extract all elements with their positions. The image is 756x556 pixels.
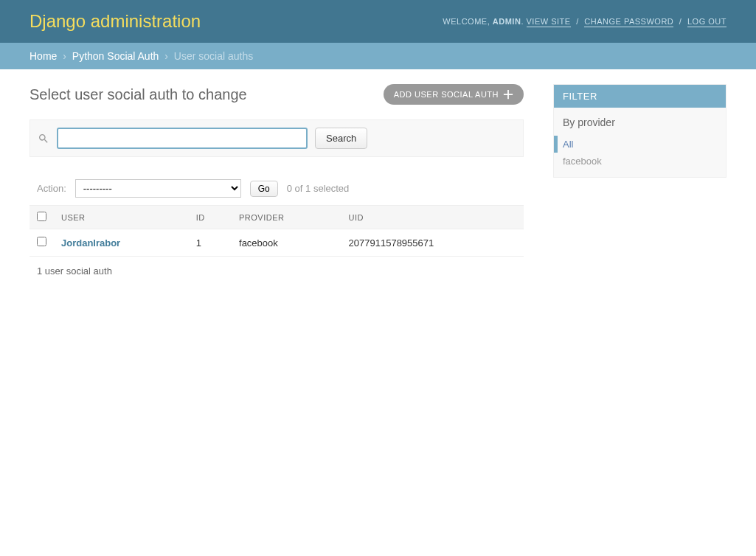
column-header-user[interactable]: USER	[54, 206, 189, 229]
filter-list: All facebook	[554, 133, 726, 177]
row-select-cell	[30, 229, 54, 257]
change-password-link[interactable]: CHANGE PASSWORD	[584, 17, 673, 27]
welcome-text: WELCOME,	[443, 17, 490, 26]
search-bar: Search	[30, 120, 523, 156]
user-link[interactable]: JordanIrabor	[61, 237, 120, 249]
filter-link-facebook[interactable]: facebook	[563, 156, 602, 167]
select-all-header	[30, 206, 54, 229]
view-site-link[interactable]: VIEW SITE	[527, 17, 571, 27]
column-header-id[interactable]: ID	[189, 206, 232, 229]
branding-title: Django administration	[30, 11, 201, 32]
header: Django administration WELCOME, ADMIN. VI…	[0, 0, 756, 43]
breadcrumb-separator: ›	[164, 50, 168, 62]
go-button[interactable]: Go	[250, 181, 278, 197]
action-label: Action:	[37, 183, 66, 194]
search-module: Search	[30, 119, 524, 157]
filter-link-all[interactable]: All	[563, 139, 573, 150]
search-icon	[38, 133, 49, 145]
separator: /	[576, 17, 579, 26]
filter-group-title: By provider	[554, 108, 726, 133]
cell-uid: 2077911578955671	[341, 229, 524, 257]
cell-provider: facebook	[232, 229, 341, 257]
breadcrumb-separator: ›	[63, 50, 66, 62]
content: Select user social auth to change ADD US…	[0, 69, 756, 300]
separator: /	[679, 17, 682, 26]
table-header-row: USER ID PROVIDER UID	[30, 206, 524, 229]
filter-sidebar: FILTER By provider All facebook	[553, 84, 726, 285]
add-user-social-auth-button[interactable]: ADD USER SOCIAL AUTH	[384, 84, 524, 105]
filter-option-all: All	[554, 136, 726, 153]
breadcrumb-home[interactable]: Home	[30, 50, 57, 62]
filter-option-facebook: facebook	[554, 153, 726, 170]
search-button[interactable]: Search	[315, 128, 367, 149]
page-title: Select user social auth to change	[30, 86, 247, 103]
column-header-provider[interactable]: PROVIDER	[232, 206, 341, 229]
add-button-label: ADD USER SOCIAL AUTH	[394, 90, 499, 99]
title-row: Select user social auth to change ADD US…	[30, 84, 524, 105]
filter-module: FILTER By provider All facebook	[553, 84, 726, 178]
cell-id: 1	[189, 229, 232, 257]
select-all-checkbox[interactable]	[37, 212, 46, 221]
cell-user: JordanIrabor	[54, 229, 189, 257]
row-checkbox[interactable]	[37, 237, 46, 246]
breadcrumb-current: User social auths	[174, 50, 253, 62]
action-counter: 0 of 1 selected	[287, 183, 350, 194]
search-input[interactable]	[57, 128, 308, 149]
actions-row: Action: --------- Go 0 of 1 selected	[30, 172, 524, 205]
changelist: Action: --------- Go 0 of 1 selected USE…	[30, 172, 524, 285]
table-row: JordanIrabor 1 facebook 2077911578955671	[30, 229, 524, 257]
filter-header: FILTER	[554, 85, 726, 108]
main-column: Select user social auth to change ADD US…	[30, 84, 524, 285]
breadcrumb: Home › Python Social Auth › User social …	[0, 43, 756, 69]
action-select[interactable]: ---------	[75, 179, 241, 198]
logout-link[interactable]: LOG OUT	[687, 17, 726, 27]
plus-icon	[503, 89, 513, 100]
filter-body: By provider All facebook	[554, 108, 726, 177]
results-table: USER ID PROVIDER UID JordanIrabor	[30, 205, 524, 257]
paginator: 1 user social auth	[30, 257, 524, 285]
breadcrumb-app[interactable]: Python Social Auth	[72, 50, 159, 62]
user-tools: WELCOME, ADMIN. VIEW SITE / CHANGE PASSW…	[443, 17, 726, 26]
username: ADMIN	[493, 17, 521, 26]
column-header-uid[interactable]: UID	[341, 206, 524, 229]
